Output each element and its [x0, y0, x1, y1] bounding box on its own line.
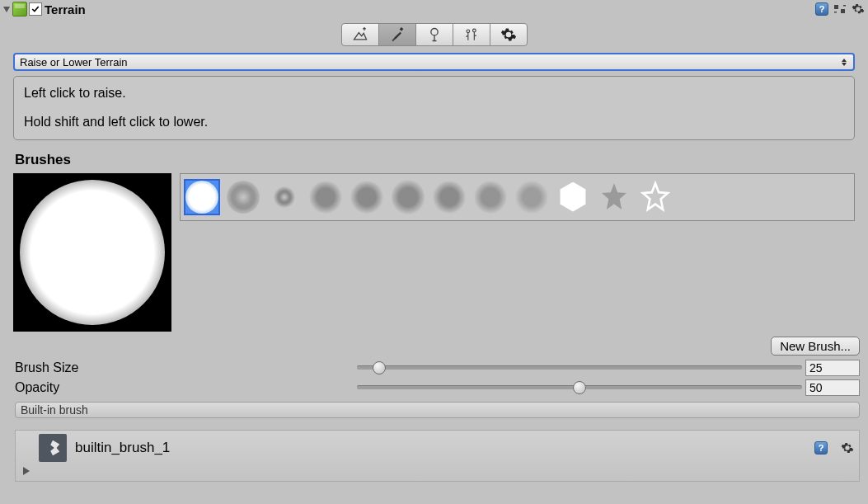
- help-text-box: Left click to raise. Hold shift and left…: [13, 76, 855, 140]
- component-header: Terrain ?: [0, 0, 868, 18]
- brushes-heading: Brushes: [15, 152, 868, 168]
- gear-icon[interactable]: [841, 441, 854, 455]
- brushes-row: [13, 173, 855, 332]
- svg-rect-2: [834, 12, 837, 13]
- brush-swatch-star-outline[interactable]: [637, 179, 673, 215]
- help-line-1: Left click to raise.: [24, 85, 844, 102]
- flowers-icon: [463, 26, 480, 43]
- svg-point-5: [430, 29, 437, 35]
- param-opacity: Opacity: [15, 379, 860, 397]
- mountain-up-icon: [352, 26, 368, 43]
- brush-swatch-scatter-6[interactable]: [514, 179, 550, 215]
- help-icon[interactable]: ?: [815, 2, 828, 16]
- brush-size-slider[interactable]: [357, 360, 802, 376]
- brush-swatch-scatter-5[interactable]: [472, 179, 509, 215]
- brush-preview: [13, 173, 171, 332]
- svg-rect-0: [834, 5, 838, 9]
- asset-row: builtin_brush_1 ?: [15, 430, 860, 482]
- brush-swatch-soft-round[interactable]: [184, 179, 220, 215]
- foldout-toggle[interactable]: [3, 7, 10, 12]
- svg-point-6: [467, 30, 470, 33]
- tool-raise-lower[interactable]: [341, 23, 379, 46]
- tool-settings[interactable]: [490, 23, 528, 46]
- brush-swatch-ring-large[interactable]: [225, 179, 261, 215]
- svg-rect-3: [843, 5, 846, 7]
- preset-icon[interactable]: [833, 2, 847, 16]
- brush-swatch-scatter-1[interactable]: [307, 179, 344, 215]
- enable-checkbox[interactable]: [29, 2, 42, 16]
- gear-icon: [500, 26, 517, 43]
- help-line-2: Hold shift and left click to lower.: [24, 114, 844, 131]
- svg-rect-1: [841, 9, 845, 13]
- brush-swatch-scatter-3[interactable]: [390, 179, 426, 215]
- paint-mode-dropdown[interactable]: Raise or Lower Terrain: [13, 53, 855, 71]
- tool-trees[interactable]: [415, 23, 453, 46]
- unity-logo-icon: [39, 434, 67, 462]
- component-title: Terrain: [45, 2, 86, 16]
- new-brush-button[interactable]: New Brush...: [771, 337, 860, 356]
- dropdown-value: Raise or Lower Terrain: [20, 56, 128, 68]
- brush-preview-image: [20, 180, 165, 325]
- svg-rect-4: [399, 27, 403, 31]
- gear-icon[interactable]: [852, 2, 865, 16]
- opacity-slider[interactable]: [357, 379, 802, 396]
- terrain-icon: [12, 2, 27, 16]
- brush-swatch-scatter-4[interactable]: [431, 179, 467, 215]
- param-brush-size: Brush Size: [15, 359, 860, 377]
- svg-point-7: [472, 29, 476, 32]
- brush-icon: [389, 26, 406, 43]
- asset-name: builtin_brush_1: [75, 440, 170, 456]
- brush-palette: [180, 173, 855, 221]
- opacity-input[interactable]: [805, 379, 860, 396]
- opacity-label: Opacity: [15, 380, 357, 395]
- help-icon[interactable]: ?: [814, 441, 828, 455]
- brush-swatch-star-filled[interactable]: [596, 179, 632, 215]
- brush-swatch-scatter-2[interactable]: [349, 179, 385, 215]
- terrain-toolbar: [0, 18, 868, 53]
- brush-size-label: Brush Size: [15, 360, 357, 375]
- check-icon: [30, 4, 40, 14]
- chevron-updown-icon: [840, 59, 848, 66]
- builtin-brush-label: Built-in brush: [21, 403, 88, 417]
- tool-paint[interactable]: [378, 23, 416, 46]
- tree-icon: [426, 26, 443, 43]
- brush-swatch-hexagon[interactable]: [555, 179, 591, 215]
- builtin-brush-header[interactable]: Built-in brush: [15, 402, 860, 418]
- brush-swatch-ring-small[interactable]: [266, 179, 303, 215]
- expand-toggle[interactable]: [23, 465, 854, 478]
- brush-size-input[interactable]: [805, 360, 860, 376]
- tool-details[interactable]: [453, 23, 490, 46]
